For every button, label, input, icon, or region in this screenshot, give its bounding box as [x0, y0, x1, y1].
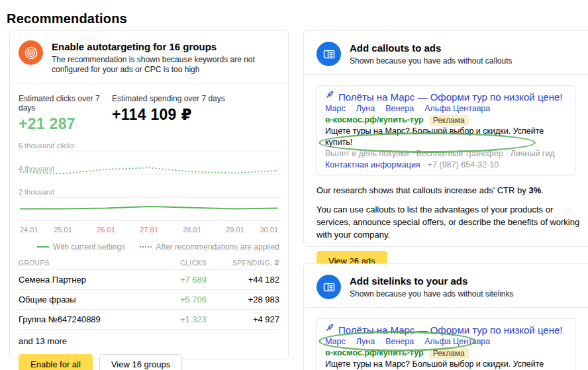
- group-spending: +44 182: [207, 275, 279, 285]
- research-bold: 3%: [528, 185, 541, 195]
- legend-after-recommendations: After recommendations are applied: [140, 242, 279, 252]
- ad-sitelink[interactable]: Марс: [325, 336, 346, 347]
- rocket-icon: [325, 90, 334, 103]
- ad-display-url: в-космос.рф/купить-тур: [325, 347, 424, 359]
- chart-legend: With current settings After recommendati…: [19, 240, 279, 254]
- ad-sitelink[interactable]: Венера: [385, 336, 414, 347]
- group-name: Семена Партнер: [19, 275, 147, 285]
- clicks-column-header: Clicks: [147, 259, 207, 267]
- callouts-title: Add callouts to ads: [350, 42, 513, 54]
- autotargeting-card: Enable autotargeting for 16 groups The r…: [9, 30, 289, 359]
- ad-sitelink[interactable]: Марс: [325, 103, 346, 115]
- groups-table: Groups Clicks Spending, ₽ Семена Партнер…: [19, 256, 279, 330]
- callouts-card-header: Add callouts to ads Shown because you ha…: [304, 31, 588, 75]
- sitelinks-card-header: Add sitelinks to your ads Shown because …: [304, 264, 588, 308]
- callouts-body-text: You can use callouts to list the advanta…: [317, 203, 586, 241]
- contact-separator: ·: [422, 160, 425, 169]
- autotargeting-title: Enable autotargeting for 16 groups: [52, 41, 279, 52]
- more-groups-text: and 13 more: [19, 336, 279, 346]
- legend-current-settings: With current settings: [37, 242, 125, 252]
- ad-contact-link[interactable]: Контактная информация: [325, 160, 420, 169]
- svg-text:28.01: 28.01: [183, 226, 201, 234]
- page-title: Recommendations: [7, 11, 127, 26]
- target-icon: [19, 40, 43, 65]
- group-spending: +28 983: [207, 295, 279, 304]
- ad-extensions-icon: [317, 275, 341, 299]
- ad-badge: Реклама: [429, 115, 469, 126]
- estimated-clicks-value: +21 287: [19, 115, 112, 133]
- ad-callouts: Вылет в день покупки · Бесплатный трансф…: [325, 148, 567, 160]
- view-groups-button[interactable]: View 16 groups: [99, 354, 182, 370]
- group-spending: +4 927: [207, 314, 279, 324]
- svg-text:2 thousand: 2 thousand: [19, 188, 54, 196]
- estimated-clicks-label: Estimated clicks over 7 days: [19, 94, 112, 113]
- autotargeting-card-header: Enable autotargeting for 16 groups The r…: [10, 31, 288, 83]
- group-clicks: +5 706: [147, 295, 207, 304]
- group-name: Общие фразы: [19, 295, 147, 304]
- ad-display-url: в-космос.рф/купить-тур: [325, 115, 424, 126]
- clicks-chart-svg: 2 thousand4 thousand6 thousand clicks24.…: [19, 141, 281, 238]
- ad-description: Ищете туры на Марс? Большой выбор и скид…: [325, 359, 567, 370]
- ad-title-link[interactable]: Полёты на Марс — Оформи тур по низкой це…: [338, 91, 562, 103]
- rocket-icon: [325, 323, 334, 336]
- callouts-subtitle: Shown because you have ads without callo…: [350, 56, 513, 66]
- legend-current-settings-label: With current settings: [53, 242, 125, 252]
- groups-table-header: Groups Clicks Spending, ₽: [19, 256, 279, 270]
- callouts-card: Add callouts to ads Shown because you ha…: [303, 30, 588, 247]
- clicks-forecast-chart: 2 thousand4 thousand6 thousand clicks24.…: [19, 141, 279, 254]
- ad-title-link[interactable]: Полёты на Марс — Оформи тур по низкой це…: [338, 324, 562, 336]
- dotted-line-swatch: [140, 246, 152, 248]
- ad-extensions-icon: [317, 42, 341, 66]
- ad-preview: Полёты на Марс — Оформи тур по низкой це…: [317, 85, 575, 175]
- solid-line-swatch: [37, 246, 49, 248]
- groups-column-header: Groups: [19, 259, 147, 267]
- group-name: Группа №647240889: [19, 314, 147, 324]
- ad-sitelink[interactable]: Луна: [356, 103, 375, 115]
- ad-sitelink[interactable]: Альфа Центавра: [424, 336, 490, 347]
- research-prefix: Our research shows that callouts increas…: [317, 185, 528, 195]
- estimated-spending-value: +114 109 ₽: [112, 106, 225, 124]
- sitelinks-title: Add sitelinks to your ads: [350, 275, 513, 287]
- svg-text:26.01: 26.01: [97, 226, 115, 234]
- ad-sitelinks: Марс Луна Венера Альфа Центавра: [325, 103, 567, 115]
- enable-for-all-button[interactable]: Enable for all: [19, 354, 93, 370]
- sitelinks-card: Add sitelinks to your ads Shown because …: [303, 263, 588, 370]
- svg-text:30.01: 30.01: [260, 226, 278, 234]
- estimated-spending-stat: Estimated spending over 7 days +114 109 …: [112, 94, 225, 133]
- legend-after-recommendations-label: After recommendations are applied: [156, 242, 279, 252]
- table-row: Группа №647240889 +1 323 +4 927: [19, 310, 279, 330]
- research-suffix: .: [541, 185, 544, 195]
- svg-text:24.01: 24.01: [20, 226, 38, 234]
- ad-sitelinks: Марс Луна Венера Альфа Центавра: [325, 336, 567, 347]
- svg-text:29.01: 29.01: [226, 226, 244, 234]
- research-text: Our research shows that callouts increas…: [317, 185, 588, 196]
- spending-column-header: Spending, ₽: [207, 259, 279, 267]
- svg-text:6 thousand clicks: 6 thousand clicks: [19, 142, 75, 150]
- ad-sitelink[interactable]: Венера: [385, 103, 414, 115]
- estimated-spending-label: Estimated spending over 7 days: [112, 94, 225, 103]
- table-row: Общие фразы +5 706 +28 983: [19, 290, 279, 310]
- ad-sitelink[interactable]: Луна: [356, 336, 375, 347]
- group-clicks: +7 689: [147, 275, 207, 285]
- ad-phone: +7 (987) 654-32-10: [428, 160, 499, 169]
- estimated-clicks-stat: Estimated clicks over 7 days +21 287: [19, 94, 112, 133]
- estimates-row: Estimated clicks over 7 days +21 287 Est…: [10, 83, 288, 140]
- svg-text:25.01: 25.01: [54, 226, 72, 234]
- ad-preview: Полёты на Марс — Оформи тур по низкой це…: [317, 318, 575, 370]
- ad-description: Ищете туры на Марс? Большой выбор и скид…: [325, 126, 567, 148]
- sitelinks-subtitle: Shown because you have ads without sitel…: [350, 289, 513, 299]
- svg-text:27.01: 27.01: [140, 226, 158, 234]
- group-clicks: +1 323: [147, 314, 207, 324]
- ad-badge: Реклама: [429, 348, 469, 359]
- autotargeting-subtitle: The recommendation is shown because keyw…: [52, 55, 279, 75]
- ad-sitelink[interactable]: Альфа Центавра: [424, 103, 490, 115]
- table-row: Семена Партнер +7 689 +44 182: [19, 270, 279, 290]
